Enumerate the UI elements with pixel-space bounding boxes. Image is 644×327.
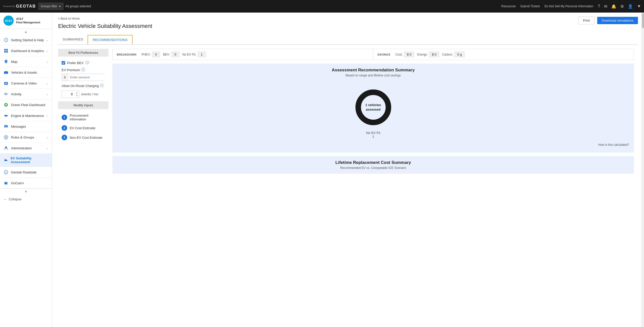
scroll-thumb[interactable] bbox=[642, 13, 644, 28]
sidebar-item-gocam[interactable]: GoCam+ bbox=[0, 178, 52, 189]
carbon-label: Carbon: bbox=[442, 53, 453, 56]
sidebar-item-green-fleet[interactable]: Green Fleet Dashboard bbox=[0, 100, 52, 110]
groups-filter-button[interactable]: Groups filter ▼ bbox=[38, 3, 63, 10]
savings-section: SAVINGS Cost: $ 0 Energy: $ 0 Carbon: 0 … bbox=[373, 49, 634, 60]
allow-on-route-info-icon[interactable]: ⓘ bbox=[100, 83, 104, 88]
svg-rect-5 bbox=[6, 49, 8, 51]
ev-icon bbox=[4, 158, 8, 163]
collapse-button[interactable]: ← Collapse bbox=[0, 195, 52, 204]
prefer-bev-label: Prefer BEV bbox=[67, 61, 84, 65]
topbar-right-links: Resources Submit Tickets Do Not Sell My … bbox=[501, 4, 641, 9]
assessment-card: Assessment Recommendation Summary Based … bbox=[112, 64, 634, 153]
sidebar-item-activity[interactable]: Activity ⌄ bbox=[0, 89, 52, 100]
sidebar-item-roadside-label: Geotab Roadside bbox=[11, 170, 36, 174]
help-icon[interactable]: ? bbox=[598, 4, 600, 9]
chart-legend: No EV Fit 1 bbox=[366, 131, 380, 138]
events-spin-up[interactable]: ▲ bbox=[76, 91, 78, 94]
sidebar-item-messages[interactable]: Messages bbox=[0, 121, 52, 132]
resources-link[interactable]: Resources bbox=[501, 5, 516, 8]
events-spin-down[interactable]: ▼ bbox=[76, 94, 78, 97]
bell-icon[interactable]: 🔔 bbox=[611, 4, 616, 9]
rules-icon bbox=[4, 135, 9, 140]
print-button[interactable]: Print bbox=[578, 17, 595, 24]
sidebar-item-geotab-roadside[interactable]: R Geotab Roadside bbox=[0, 167, 52, 178]
do-not-sell-link[interactable]: Do Not Sell My Personal Information bbox=[544, 5, 593, 8]
page-title: Electric Vehicle Suitability Assessment bbox=[58, 23, 152, 29]
back-link[interactable]: < Back to Home bbox=[58, 17, 80, 20]
groups-filter-label: Groups filter bbox=[41, 5, 57, 8]
header-buttons: Print Download simulations bbox=[578, 17, 638, 24]
tab-recommendations[interactable]: RECOMMENDATIONS bbox=[88, 35, 133, 44]
assessment-title: Assessment Recommendation Summary bbox=[117, 68, 629, 73]
svg-rect-16 bbox=[5, 115, 7, 116]
settings-icon[interactable]: ⚙ bbox=[620, 4, 624, 9]
prefer-bev-row: Prefer BEV ⓘ bbox=[58, 59, 108, 67]
step-2-label: EV Cost Estimate bbox=[70, 126, 95, 130]
svg-point-8 bbox=[6, 61, 7, 62]
sidebar-item-map-label: Map bbox=[11, 60, 17, 64]
lifetime-card: Lifetime Replacement Cost Summary Recomm… bbox=[112, 156, 634, 174]
events-spinner: ▲ ▼ bbox=[75, 91, 79, 97]
savings-header: SAVINGS bbox=[377, 53, 390, 56]
breakdown-savings-row: BREAKDOWN PHEV: 0 BEV: 0 No EV Fit: 1 bbox=[112, 49, 634, 60]
sidebar-item-getting-started[interactable]: ? Getting Started & Help ⌄ bbox=[0, 35, 52, 45]
allow-on-route-label: Allow On-Route Charging bbox=[62, 84, 99, 88]
step-3-circle: 3 bbox=[62, 135, 67, 140]
sidebar-item-administration[interactable]: Administration ⌄ bbox=[0, 143, 52, 154]
sidebar-item-cameras[interactable]: Cameras & Video ⌄ bbox=[0, 78, 52, 89]
allow-on-route-row: Allow On-Route Charging ⓘ bbox=[58, 82, 108, 89]
user-icon[interactable]: 👤 bbox=[628, 4, 633, 9]
mail-icon[interactable]: ✉ bbox=[604, 4, 607, 9]
events-value: 0 bbox=[62, 91, 75, 98]
cost-value: $ 0 bbox=[404, 52, 414, 57]
donut-line1: 1 vehicles bbox=[365, 103, 381, 107]
sidebar-item-dashboard[interactable]: Dashboard & Analytics ⌄ bbox=[0, 45, 52, 56]
svg-rect-17 bbox=[4, 115, 5, 116]
step-1-procurement[interactable]: 1 Procurement Information bbox=[58, 112, 108, 123]
events-number-wrapper: 0 ▲ ▼ bbox=[62, 90, 79, 98]
sidebar-item-ev-assessment[interactable]: EV Suitability Assessment bbox=[0, 154, 52, 167]
tab-summaries[interactable]: SUMMARIES bbox=[58, 35, 88, 45]
how-calculated-link[interactable]: How is this calculated? bbox=[117, 141, 629, 149]
svg-rect-7 bbox=[6, 51, 8, 53]
svg-point-11 bbox=[5, 73, 6, 74]
logo-name: GEOTAB bbox=[16, 4, 36, 9]
user-chevron-icon[interactable]: ▼ bbox=[637, 4, 641, 9]
sidebar-scroll-down[interactable]: ▼ bbox=[0, 189, 52, 195]
sidebar-item-vehicles[interactable]: Vehicles & Assets bbox=[0, 67, 52, 78]
prefer-bev-checkbox[interactable] bbox=[62, 61, 65, 65]
ev-premium-input[interactable] bbox=[68, 74, 114, 81]
brand-name: AT&T bbox=[16, 17, 40, 21]
submit-tickets-link[interactable]: Submit Tickets bbox=[520, 5, 540, 8]
download-simulations-button[interactable]: Download simulations bbox=[597, 17, 638, 24]
chevron-down-icon: ⌄ bbox=[46, 60, 48, 63]
help-circle-icon: ? bbox=[4, 37, 9, 42]
step-2-ev-cost[interactable]: 2 EV Cost Estimate bbox=[58, 123, 108, 133]
topbar-icons: ? ✉ 🔔 ⚙ 👤 ▼ bbox=[598, 4, 641, 9]
svg-point-24 bbox=[5, 147, 7, 148]
step-3-non-ev-cost[interactable]: 3 Non-EV Cost Estimate bbox=[58, 133, 108, 142]
sidebar-scroll-up[interactable]: ▲ bbox=[0, 29, 52, 35]
phev-item: PHEV: 0 bbox=[141, 52, 160, 57]
phev-label: PHEV: bbox=[141, 53, 150, 56]
svg-rect-4 bbox=[4, 49, 6, 51]
sidebar-item-engine[interactable]: Engine & Maintenance ⌄ bbox=[0, 110, 52, 121]
svg-text:AT&T: AT&T bbox=[5, 19, 12, 22]
scrollbar[interactable] bbox=[641, 13, 644, 327]
step-1-label: Procurement Information bbox=[70, 114, 105, 121]
bev-value: 0 bbox=[171, 52, 179, 57]
svg-rect-10 bbox=[5, 71, 8, 72]
green-fleet-icon bbox=[4, 102, 9, 107]
sidebar-item-map[interactable]: Map ⌄ bbox=[0, 56, 52, 67]
map-icon bbox=[4, 59, 9, 64]
collapse-label: Collapse bbox=[9, 197, 22, 201]
ev-premium-info-icon[interactable]: ⓘ bbox=[82, 68, 85, 72]
camera-icon bbox=[4, 81, 9, 86]
sidebar-item-rules[interactable]: Rules & Groups ⌄ bbox=[0, 132, 52, 143]
no-ev-label: No EV Fit: bbox=[182, 53, 196, 56]
modify-inputs-section: Modify Inputs 1 Procurement Information … bbox=[58, 101, 108, 142]
svg-text:R: R bbox=[5, 171, 7, 174]
prefer-bev-info-icon[interactable]: ⓘ bbox=[86, 61, 89, 65]
chevron-down-icon: ⌄ bbox=[46, 81, 48, 85]
topbar-left: Powered by GEOTAB Groups filter ▼ All gr… bbox=[3, 3, 91, 10]
